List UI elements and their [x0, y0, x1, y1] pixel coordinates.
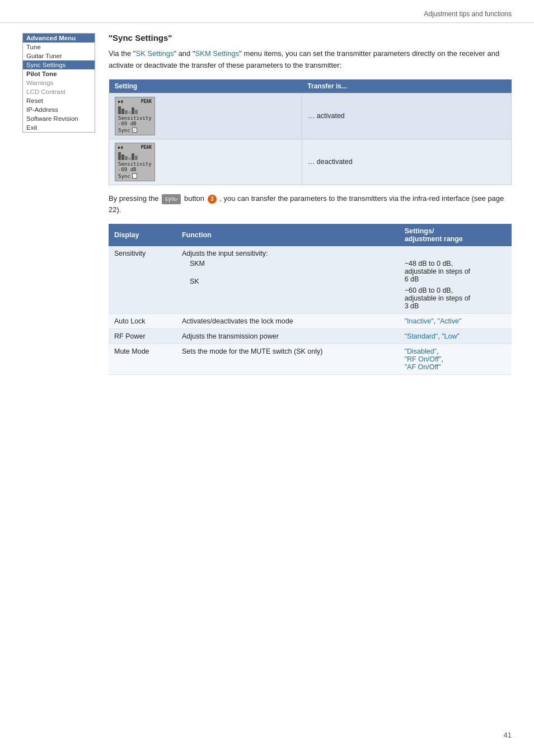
sk-settings-link[interactable]: SK Settings: [135, 49, 174, 58]
header-title: Adjustment tips and functions: [424, 10, 512, 18]
settings-sensitivity: −48 dB to 0 dB,adjustable in steps of6 d…: [399, 246, 512, 314]
sync-text-1: Sync: [118, 128, 130, 133]
main-content: Advanced Menu Tune Guitar Tuner Sync Set…: [0, 33, 534, 386]
display-sensitivity: Sensitivity: [109, 246, 176, 314]
sync-text-2: Sync: [118, 173, 130, 179]
sidebar: Advanced Menu Tune Guitar Tuner Sync Set…: [22, 33, 95, 386]
advanced-menu-box: Advanced Menu Tune Guitar Tuner Sync Set…: [22, 33, 95, 133]
settings-mute-mode: "Disabled", "RF On/Off", "AF On/Off": [399, 344, 512, 375]
setting-row-activated: ▶▮ PEAK: [109, 93, 512, 139]
sidebar-item-ip-address[interactable]: IP-Address: [23, 105, 95, 114]
function-sensitivity-skm: SKM: [182, 260, 394, 267]
settings-rf-on-off: "RF On/Off": [405, 355, 442, 363]
intro-paragraph: Via the "SK Settings" and "SKM Settings"…: [109, 48, 512, 72]
settings-rf-power: "Standard", "Low": [399, 329, 512, 344]
device-peak-label-2: PEAK: [141, 145, 152, 150]
function-rf-power: Adjusts the transmission power: [176, 329, 399, 344]
sidebar-item-exit[interactable]: Exit: [23, 123, 95, 132]
transfer-deactivated-text: … deactivated: [308, 158, 353, 166]
function-table: Display Function Settings/adjustment ran…: [109, 224, 512, 375]
settings-auto-lock: "Inactive", "Active": [399, 314, 512, 329]
device-db-label-2: -69 dB: [118, 167, 152, 172]
table-row-mute-mode: Mute Mode Sets the mode for the MUTE swi…: [109, 344, 512, 375]
settings-inactive: "Inactive": [405, 317, 434, 325]
page-number: 41: [504, 731, 512, 739]
settings-standard: "Standard": [405, 332, 438, 340]
function-auto-lock: Activates/deactivates the lock mode: [176, 314, 399, 329]
setting-cell-deactivated: ▶▮ PEAK: [109, 139, 302, 185]
settings-af-on-off: "AF On/Off": [405, 363, 441, 371]
settings-sensitivity-blank: [405, 250, 506, 257]
table-row-rf-power: RF Power Adjusts the transmission power …: [109, 329, 512, 344]
sidebar-item-pilot-tone[interactable]: Pilot Tone: [23, 69, 95, 78]
skm-settings-link[interactable]: SKM Settings: [195, 49, 240, 58]
settings-sensitivity-skm: −48 dB to 0 dB,adjustable in steps of6 d…: [405, 260, 506, 283]
transfer-cell-activated: … activated: [302, 93, 511, 139]
function-mute-mode: Sets the mode for the MUTE switch (SK on…: [176, 344, 399, 375]
content-area: "Sync Settings" Via the "SK Settings" an…: [109, 33, 512, 386]
sync-checkbox-unchecked[interactable]: [132, 173, 137, 179]
settings-active: "Active": [438, 317, 462, 325]
display-mute-mode: Mute Mode: [109, 344, 176, 375]
device-sensitivity-label-1: Sensitivity: [118, 115, 152, 121]
sidebar-item-sync-settings[interactable]: Sync Settings: [23, 60, 95, 69]
table-row-sensitivity: Sensitivity Adjusts the input sensitivit…: [109, 246, 512, 314]
settings-low: "Low": [442, 332, 460, 340]
setting-cell-activated: ▶▮ PEAK: [109, 93, 302, 139]
device-sensitivity-label-2: Sensitivity: [118, 161, 152, 167]
transfer-cell-deactivated: … deactivated: [302, 139, 511, 185]
sidebar-item-lcd-contrast[interactable]: LCD Contrast: [23, 87, 95, 96]
intro-part2: " and ": [174, 49, 195, 58]
intro-part1: Via the ": [109, 49, 135, 58]
syn-button-label: syn▷: [162, 194, 181, 204]
transfer-col-header: Transfer is...: [302, 79, 511, 93]
circle-number: 3: [208, 195, 217, 204]
settings-disabled: "Disabled": [405, 348, 437, 355]
function-col-header: Function: [176, 224, 399, 246]
mid-part1: By pressing the: [109, 194, 161, 203]
settings-col-header: Settings/adjustment range: [399, 224, 512, 246]
function-sensitivity-sk: SK: [182, 278, 394, 285]
mid-paragraph: By pressing the syn▷ button 3 , you can …: [109, 193, 512, 217]
display-auto-lock: Auto Lock: [109, 314, 176, 329]
settings-sensitivity-sk: −60 dB to 0 dB,adjustable in steps of3 d…: [405, 287, 506, 310]
display-rf-power: RF Power: [109, 329, 176, 344]
setting-table: Setting Transfer is... ▶▮ PEAK: [109, 79, 512, 185]
transfer-activated-text: … activated: [308, 112, 345, 120]
table-row-auto-lock: Auto Lock Activates/deactivates the lock…: [109, 314, 512, 329]
function-sensitivity: Adjusts the input sensitivity: SKM SK: [176, 246, 399, 314]
sidebar-item-software-revision[interactable]: Software Revision: [23, 114, 95, 123]
section-title: "Sync Settings": [109, 33, 512, 43]
setting-row-deactivated: ▶▮ PEAK: [109, 139, 512, 185]
device-peak-label-1: PEAK: [141, 99, 152, 104]
setting-col-header: Setting: [109, 79, 302, 93]
sidebar-item-tune[interactable]: Tune: [23, 43, 95, 51]
sidebar-item-warnings[interactable]: Warnings: [23, 78, 95, 87]
display-col-header: Display: [109, 224, 176, 246]
mid-part2: button: [184, 194, 207, 203]
sync-checkbox-checked[interactable]: ✓: [132, 128, 137, 133]
function-sensitivity-main: Adjusts the input sensitivity:: [182, 250, 394, 257]
menu-title: Advanced Menu: [23, 34, 95, 43]
device-mode-label-1: ▶▮: [118, 99, 124, 104]
page-header: Adjustment tips and functions: [0, 0, 534, 23]
sidebar-item-guitar-tuner[interactable]: Guitar Tuner: [23, 51, 95, 60]
sidebar-item-reset[interactable]: Reset: [23, 96, 95, 105]
device-db-label-1: -69 dB: [118, 121, 152, 126]
device-mode-label-2: ▶▮: [118, 145, 124, 150]
